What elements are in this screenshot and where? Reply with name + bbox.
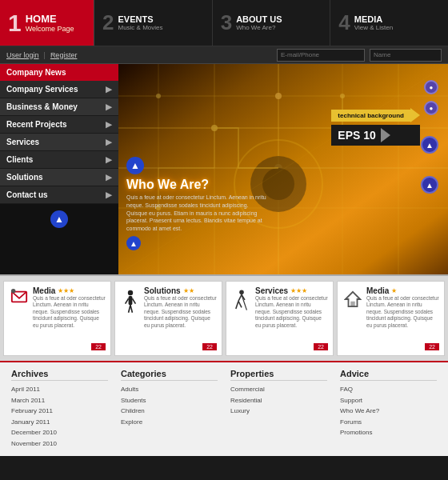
footer-col-properties: Properties Commercial Residential Luxury: [230, 369, 327, 450]
sidebar-item-business-money[interactable]: Business & Money ▶: [0, 98, 118, 116]
svg-line-34: [244, 302, 246, 310]
main-area: Company News Company Services ▶ Business…: [0, 64, 448, 274]
scroll-up-button[interactable]: ▲: [50, 210, 68, 228]
nav-item-events[interactable]: 2 EVENTS Music & Movies: [94, 0, 213, 46]
sidebar-item-recent-projects[interactable]: Recent Projects ▶: [0, 116, 118, 134]
card-num-badge-3: 22: [314, 343, 328, 350]
footer-item[interactable]: January 2011: [11, 417, 108, 428]
sidebar: Company News Company Services ▶ Business…: [0, 64, 118, 274]
arrow-icon: ▶: [106, 155, 112, 164]
up-arrow-hero[interactable]: ▲: [126, 157, 144, 174]
svg-point-22: [128, 290, 133, 295]
card-text-3: Quis a feue at oder consectetur Linctum.…: [255, 295, 328, 329]
sidebar-item-solutions[interactable]: Solutions ▶: [0, 169, 118, 186]
card-services[interactable]: Services ★★★ Quis a feue at oder consect…: [226, 281, 334, 356]
footer-item[interactable]: Promotions: [340, 427, 437, 438]
sidebar-item-contact[interactable]: Contact us ▶: [0, 186, 118, 204]
arrow-icon: ▶: [106, 190, 112, 199]
svg-point-15: [275, 93, 282, 99]
footer-item[interactable]: Support: [340, 395, 437, 406]
svg-point-28: [239, 290, 244, 294]
nav-item-home[interactable]: 1 HOME Welcome Page: [0, 0, 94, 46]
who-we-are-title: Who We Are?: [126, 178, 270, 192]
card-solutions[interactable]: Solutions ★★ Quis a feue at oder consect…: [114, 281, 222, 356]
house-icon: [342, 286, 363, 312]
nav-num-2: 2: [102, 10, 114, 35]
footer-item[interactable]: Luxury: [230, 406, 327, 417]
name-input[interactable]: [370, 49, 442, 62]
footer-item[interactable]: Residential: [230, 395, 327, 406]
footer-item[interactable]: December 2010: [11, 427, 108, 438]
nav-item-about[interactable]: 3 ABOUT US Who We Are?: [213, 0, 331, 46]
footer-item[interactable]: Adults: [121, 384, 218, 395]
sidebar-item-services[interactable]: Services ▶: [0, 134, 118, 151]
card-text-1: Quis a feue at oder consectetur Linctum.…: [33, 295, 106, 329]
nav-text-home: HOME Welcome Page: [26, 13, 74, 33]
card-text-2: Quis a feue at oder consectetur Linctum.…: [144, 295, 217, 329]
login-bar: User login | Register: [0, 46, 448, 64]
who-we-are-body: Quis a feue at oder consectetur Linctum.…: [126, 194, 270, 233]
circle-btn-4[interactable]: ▲: [421, 176, 438, 194]
tech-label: technical background: [331, 110, 410, 122]
footer-title-archives: Archives: [11, 369, 108, 381]
footer-item[interactable]: Who We Are?: [340, 406, 437, 417]
footer-item[interactable]: March 2011: [11, 395, 108, 406]
arrow-icon: ▶: [106, 138, 112, 146]
card-title-2: Solutions: [144, 286, 181, 295]
svg-line-31: [236, 301, 238, 309]
nav-num-1: 1: [8, 10, 22, 37]
footer-title-properties: Properties: [230, 369, 327, 381]
footer-item[interactable]: November 2010: [11, 438, 108, 450]
circle-btn-1[interactable]: ●: [424, 80, 438, 94]
footer-item[interactable]: Explore: [121, 417, 218, 428]
card-num-badge-1: 22: [91, 343, 106, 350]
circle-btn-2[interactable]: ●: [424, 101, 438, 115]
footer-title-advice: Advice: [340, 369, 437, 381]
arrow-icon: ▶: [106, 120, 112, 129]
footer-item[interactable]: Students: [121, 395, 218, 406]
register-link[interactable]: Register: [50, 51, 78, 59]
footer-item[interactable]: Forums: [340, 417, 437, 428]
nav-num-3: 3: [221, 10, 232, 35]
email-input[interactable]: [277, 49, 365, 62]
svg-line-24: [126, 298, 129, 303]
card-media-2[interactable]: Media ★ Quis a feue at oder consectetur …: [337, 281, 445, 356]
cards-area: Media ★★★ Quis a feue at oder consectetu…: [0, 274, 448, 361]
footer-item[interactable]: Children: [121, 406, 218, 417]
person-icon: [120, 286, 141, 318]
arrow-icon: ▶: [106, 85, 112, 94]
mail-icon: [9, 286, 30, 307]
svg-rect-36: [350, 302, 355, 306]
card-text-4: Quis a feue at oder consectetur Linctum.…: [366, 295, 439, 329]
svg-rect-23: [129, 296, 133, 305]
svg-point-21: [11, 289, 15, 294]
footer-item[interactable]: Commercial: [230, 384, 327, 395]
sidebar-header: Company News: [0, 64, 118, 81]
circle-btn-3[interactable]: ▲: [421, 136, 438, 154]
card-media-1[interactable]: Media ★★★ Quis a feue at oder consectetu…: [3, 281, 111, 356]
footer-item[interactable]: April 2011: [11, 384, 108, 395]
svg-point-9: [156, 94, 161, 98]
footer-item[interactable]: FAQ: [340, 384, 437, 395]
card-stars-1: ★★★: [58, 287, 74, 294]
who-we-are-section: ▲ Who We Are? Quis a feue at oder consec…: [126, 157, 270, 250]
footer: Archives April 2011 March 2011 February …: [0, 361, 448, 456]
hero-section: ● ● ▲ ▲ ▲ Who We Are? Quis a feue at ode…: [118, 64, 448, 274]
arrow-icon: ▶: [106, 102, 112, 111]
tech-badge: technical background EPS 10: [331, 108, 420, 146]
sidebar-item-clients[interactable]: Clients ▶: [0, 151, 118, 169]
card-stars-2: ★★: [183, 287, 194, 294]
footer-item[interactable]: February 2011: [11, 406, 108, 417]
svg-line-32: [238, 301, 242, 307]
card-title-3: Services: [255, 286, 288, 295]
footer-col-archives: Archives April 2011 March 2011 February …: [11, 369, 108, 450]
card-stars-3: ★★★: [290, 287, 307, 294]
nav-item-media[interactable]: 4 MEDIA View & Listen: [330, 0, 448, 46]
up-arrow-bottom[interactable]: ▲: [126, 236, 141, 250]
card-stars-4: ★: [391, 287, 397, 294]
sidebar-item-company-services[interactable]: Company Services ▶: [0, 81, 118, 98]
eps-badge: EPS 10: [331, 125, 420, 146]
card-num-badge-2: 22: [202, 343, 217, 350]
footer-title-categories: Categories: [121, 369, 218, 381]
user-login-link[interactable]: User login: [6, 51, 39, 59]
